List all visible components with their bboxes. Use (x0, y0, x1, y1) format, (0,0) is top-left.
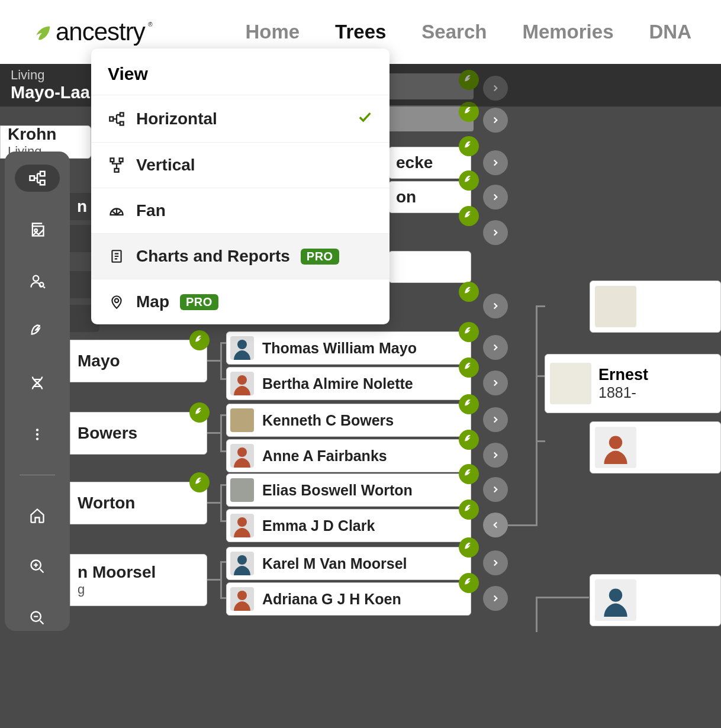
expand-button[interactable] (483, 586, 508, 611)
svg-point-3 (237, 517, 247, 527)
view-option-vertical[interactable]: Vertical (91, 142, 390, 188)
person-card-distant[interactable] (590, 574, 721, 626)
brand-name: ancestry (56, 18, 145, 46)
zoom-in-button[interactable] (21, 553, 53, 579)
svg-point-17 (36, 437, 38, 440)
view-option-charts-reports[interactable]: Charts and Reports PRO (91, 233, 390, 279)
expand-button[interactable] (483, 294, 508, 318)
person-card[interactable]: Kenneth C Bowers (226, 404, 471, 437)
brand-logo[interactable]: ancestry (30, 18, 145, 46)
expand-button[interactable] (483, 185, 508, 210)
nav-trees[interactable]: Trees (335, 21, 386, 43)
tree-vertical-icon (108, 157, 125, 173)
person-card-ernest[interactable]: Ernest 1881- (545, 354, 721, 413)
svg-point-16 (36, 433, 38, 436)
person-stub[interactable] (388, 251, 471, 283)
svg-point-0 (237, 340, 247, 349)
avatar-female-icon (230, 514, 254, 537)
person-name: Bertha Almire Nolette (262, 375, 413, 392)
expand-button[interactable] (483, 443, 508, 468)
leaf-hint-icon[interactable] (459, 500, 479, 520)
document-thumbnail (550, 363, 591, 404)
person-card[interactable]: Elias Boswell Worton (226, 473, 471, 507)
nav-dna[interactable]: DNA (649, 21, 692, 43)
leaf-hint-icon[interactable] (459, 282, 479, 302)
avatar-photo (230, 408, 254, 432)
dropdown-title: View (91, 49, 390, 95)
view-tree-button[interactable] (15, 165, 60, 192)
person-card-distant[interactable] (590, 281, 721, 333)
svg-point-14 (40, 282, 44, 286)
dropdown-item-label: Vertical (136, 156, 195, 175)
expand-button[interactable] (483, 371, 508, 395)
person-stub-vanmoorsel[interactable]: n Moorsel g (70, 554, 207, 606)
person-stub-mayo[interactable]: Mayo (70, 340, 207, 382)
person-card[interactable]: Thomas William Mayo (226, 331, 471, 365)
person-stub[interactable]: ecke (388, 147, 471, 179)
person-name: Ernest (598, 366, 648, 384)
person-card[interactable]: Adriana G J H Koen (226, 582, 471, 616)
find-person-button[interactable] (21, 268, 53, 294)
expand-button[interactable] (483, 477, 508, 502)
tree-toolbar (5, 152, 70, 631)
leaf-hint-icon[interactable] (459, 357, 479, 378)
avatar-female-icon (230, 372, 254, 395)
person-stub-worton[interactable]: Worton (70, 482, 207, 524)
expand-button[interactable] (483, 335, 508, 360)
expand-button[interactable] (483, 220, 508, 245)
person-stub-bowers[interactable]: Bowers (70, 412, 207, 455)
leaf-hint-icon[interactable] (459, 322, 479, 342)
avatar-female-icon (230, 444, 254, 468)
person-card[interactable]: Anne A Fairbanks (226, 439, 471, 472)
leaf-hint-icon[interactable] (459, 573, 479, 593)
hints-button[interactable] (21, 319, 53, 345)
media-gallery-button[interactable] (21, 217, 53, 243)
leaf-hint-icon[interactable] (189, 472, 210, 492)
svg-rect-8 (30, 176, 35, 181)
person-card[interactable]: Karel M Van Moorsel (226, 547, 471, 580)
view-option-fan[interactable]: Fan (91, 188, 390, 233)
leaf-hint-icon[interactable] (459, 394, 479, 414)
expand-button[interactable] (483, 550, 508, 575)
svg-point-6 (609, 436, 622, 449)
tree-horizontal-icon (108, 111, 125, 127)
dna-matches-button[interactable] (21, 370, 53, 396)
nav-search[interactable]: Search (421, 21, 487, 43)
toolbar-divider (20, 475, 55, 475)
person-stub[interactable]: on (388, 181, 471, 213)
leaf-hint-icon[interactable] (459, 170, 479, 191)
more-options-button[interactable] (21, 421, 53, 447)
zoom-out-button[interactable] (21, 605, 53, 631)
person-dates: 1881- (598, 384, 648, 401)
svg-rect-24 (111, 158, 114, 162)
person-card-distant[interactable] (590, 421, 721, 473)
avatar-female-icon (595, 427, 636, 468)
leaf-hint-icon[interactable] (189, 402, 210, 423)
person-card[interactable]: Bertha Almire Nolette (226, 367, 471, 400)
checkmark-icon (356, 108, 373, 129)
nav-memories[interactable]: Memories (522, 21, 613, 43)
person-name: Karel M Van Moorsel (262, 555, 407, 572)
svg-point-5 (237, 591, 247, 600)
avatar-female-icon (230, 587, 254, 611)
view-option-map[interactable]: Map PRO (91, 279, 390, 324)
svg-point-12 (34, 229, 37, 232)
leaf-hint-icon[interactable] (459, 464, 479, 484)
leaf-hint-icon[interactable] (459, 537, 479, 558)
leaf-hint-icon[interactable] (459, 206, 479, 226)
pro-badge: PRO (180, 294, 218, 310)
svg-rect-23 (115, 169, 119, 172)
expand-button[interactable] (483, 407, 508, 432)
leaf-hint-icon[interactable] (459, 430, 479, 450)
expand-button[interactable] (483, 150, 508, 175)
view-option-horizontal[interactable]: Horizontal (91, 95, 390, 142)
document-thumbnail (595, 286, 636, 327)
person-name: Kenneth C Bowers (262, 412, 394, 429)
nav-home[interactable]: Home (245, 21, 300, 43)
home-person-button[interactable] (21, 502, 53, 529)
collapse-button[interactable] (483, 513, 508, 537)
leaf-hint-icon[interactable] (459, 136, 479, 156)
expand-button[interactable] (483, 108, 508, 133)
person-card[interactable]: Emma J D Clark (226, 509, 471, 542)
leaf-hint-icon[interactable] (189, 330, 210, 350)
